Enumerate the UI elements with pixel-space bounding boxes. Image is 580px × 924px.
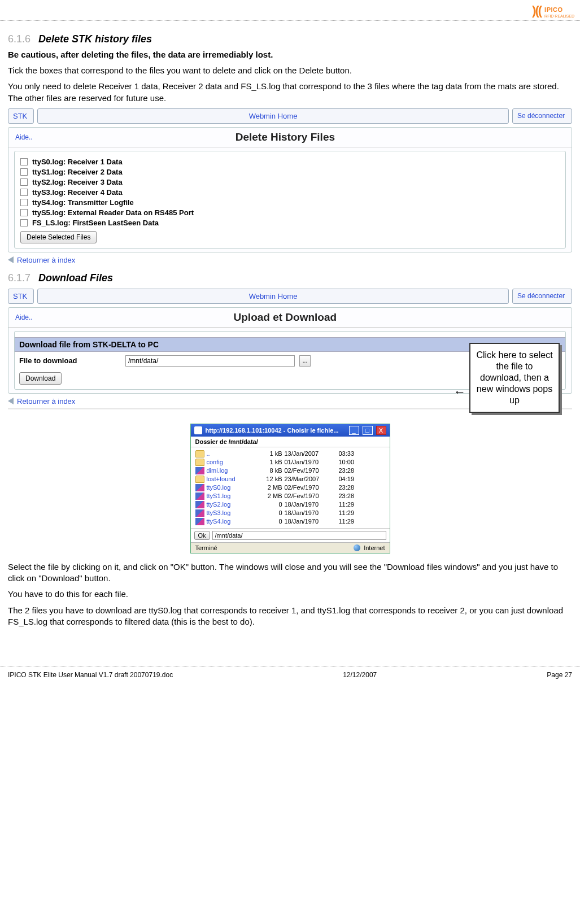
popup-path-input[interactable] (212, 531, 386, 540)
file-time: 11:29 (339, 518, 364, 525)
instruction-text: Tick the boxes that correspond to the fi… (8, 65, 572, 76)
instruction-text: The 2 files you have to download are tty… (8, 605, 572, 628)
annotation-callout: Click here to select the file to downloa… (469, 343, 560, 413)
annotation-arrow-icon: ← (453, 385, 466, 399)
file-name: dimi.log (207, 467, 253, 474)
file-size: 1 kB (255, 450, 282, 457)
status-zone: Internet (364, 544, 385, 551)
file-date: 13/Jan/2007 (285, 450, 337, 457)
file-icon (195, 518, 204, 525)
file-icon (195, 492, 204, 500)
minimize-button[interactable]: _ (349, 426, 359, 435)
file-row[interactable]: config1 kB01/Jan/197010:00 (195, 458, 385, 467)
close-button[interactable]: X (376, 426, 386, 435)
file-checkbox-row: ttyS4.log: Transmitter Logfile (20, 198, 560, 207)
footer-page: Page 27 (547, 671, 572, 679)
file-label: ttyS1.log: Receiver 2 Data (32, 168, 123, 176)
file-row[interactable]: ..1 kB13/Jan/200703:33 (195, 450, 385, 458)
file-icon (195, 509, 204, 517)
file-label: ttyS5.log: External Reader Data on RS485… (32, 208, 194, 217)
file-row[interactable]: ttyS0.log2 MB02/Fev/197023:28 (195, 483, 385, 492)
ie-icon (194, 426, 202, 434)
instruction-text: You have to do this for each file. (8, 589, 572, 600)
file-name: config (207, 459, 253, 465)
return-link[interactable]: Retourner à index (17, 397, 75, 406)
warning-text: Be cautious, after deleting the files, t… (8, 50, 572, 59)
file-name: ttyS3.log (207, 509, 253, 516)
popup-folder-header: Dossier de /mnt/data/ (191, 437, 390, 447)
file-date: 02/Fev/1970 (285, 492, 337, 499)
file-row[interactable]: ttyS3.log018/Jan/197011:29 (195, 509, 385, 517)
back-arrow-icon (8, 398, 14, 404)
instruction-text: You only need to delete Receiver 1 data,… (8, 81, 572, 104)
file-time: 10:00 (339, 459, 364, 465)
checkbox[interactable] (20, 209, 28, 216)
return-link[interactable]: Retourner à index (17, 256, 75, 264)
file-chooser-popup: http://192.168.1.101:10042 - Choisir le … (190, 424, 390, 553)
checkbox[interactable] (20, 199, 28, 206)
file-name: lost+found (207, 476, 253, 482)
status-done: Terminé (195, 544, 351, 551)
file-date: 01/Jan/1970 (285, 459, 337, 465)
checkbox[interactable] (20, 168, 28, 176)
page-footer: IPICO STK Elite User Manual V1.7 draft 2… (0, 669, 580, 685)
file-row[interactable]: lost+found12 kB23/Mar/200704:19 (195, 475, 385, 483)
delete-selected-button[interactable]: Delete Selected Files (20, 231, 97, 243)
webmin-home-button[interactable]: Webmin Home (37, 289, 509, 304)
file-label: ttyS0.log: Receiver 1 Data (32, 158, 123, 166)
back-arrow-icon (8, 256, 14, 263)
globe-icon (354, 544, 360, 551)
folder-icon (195, 450, 204, 457)
file-size: 8 kB (255, 467, 282, 474)
checkbox[interactable] (20, 158, 28, 165)
logout-button[interactable]: Se déconnecter (512, 108, 572, 124)
file-time: 23:28 (339, 492, 364, 499)
folder-icon (195, 476, 204, 483)
footer-filename: IPICO STK Elite User Manual V1.7 draft 2… (8, 671, 173, 679)
file-row[interactable]: dimi.log8 kB02/Fev/197023:28 (195, 467, 385, 475)
file-checkbox-row: ttyS2.log: Receiver 3 Data (20, 178, 560, 186)
file-date: 02/Fev/1970 (285, 484, 337, 491)
file-label: ttyS4.log: Transmitter Logfile (32, 198, 134, 207)
ok-button[interactable]: Ok (194, 531, 210, 540)
file-size: 2 MB (255, 492, 282, 499)
checkbox[interactable] (20, 219, 28, 226)
file-row[interactable]: ttyS2.log018/Jan/197011:29 (195, 500, 385, 509)
file-size: 0 (255, 509, 282, 516)
download-button[interactable]: Download (19, 372, 62, 385)
checkbox[interactable] (20, 178, 28, 186)
file-size: 0 (255, 518, 282, 525)
stk-button[interactable]: STK (8, 289, 34, 304)
file-date: 18/Jan/1970 (285, 501, 337, 508)
logout-button[interactable]: Se déconnecter (512, 289, 572, 304)
file-label: FS_LS.log: FirstSeen LastSeen Data (32, 219, 159, 227)
file-name: ttyS1.log (207, 492, 253, 499)
stk-button[interactable]: STK (8, 108, 34, 124)
file-time: 11:29 (339, 509, 364, 516)
file-date: 18/Jan/1970 (285, 509, 337, 516)
browse-button[interactable]: ... (299, 355, 311, 367)
download-path-input[interactable] (125, 355, 295, 367)
file-label: ttyS2.log: Receiver 3 Data (32, 178, 123, 186)
file-icon (195, 467, 204, 474)
file-time: 04:19 (339, 476, 364, 482)
panel-title: Delete History Files (5, 131, 566, 143)
file-time: 23:28 (339, 484, 364, 491)
file-row[interactable]: ttyS1.log2 MB02/Fev/197023:28 (195, 492, 385, 500)
instruction-text: Select the file by clicking on it, and c… (8, 561, 572, 585)
maximize-button[interactable]: □ (363, 426, 373, 435)
file-row[interactable]: ttyS4.log018/Jan/197011:29 (195, 517, 385, 526)
file-name: ttyS2.log (207, 501, 253, 508)
folder-icon (195, 459, 204, 466)
section-617-heading: 6.1.7Download Files (8, 272, 572, 284)
file-time: 23:28 (339, 467, 364, 474)
checkbox[interactable] (20, 189, 28, 196)
file-checkbox-row: ttyS3.log: Receiver 4 Data (20, 188, 560, 197)
file-size: 1 kB (255, 459, 282, 465)
file-date: 18/Jan/1970 (285, 518, 337, 525)
brand-name: IPICO (544, 6, 562, 13)
webmin-home-button[interactable]: Webmin Home (37, 108, 509, 124)
file-icon (195, 501, 204, 508)
logo-icon: )(( (532, 3, 541, 18)
popup-window-title: http://192.168.1.101:10042 - Choisir le … (206, 427, 346, 434)
